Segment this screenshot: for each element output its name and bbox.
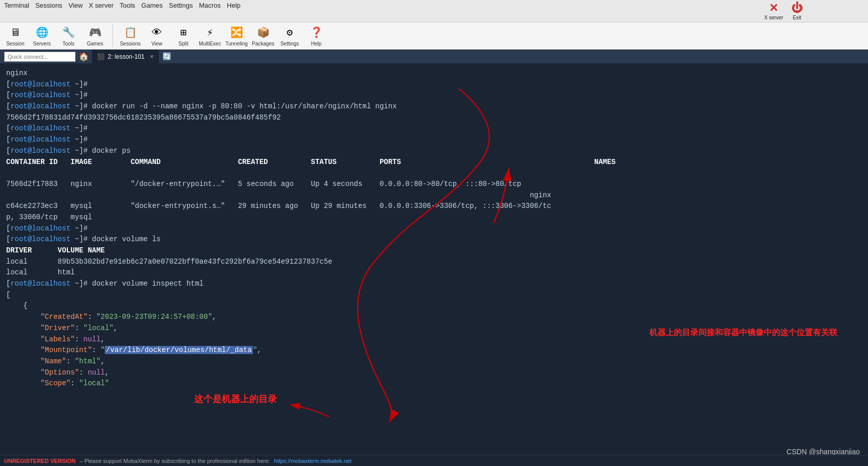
term-line-vol-inspect: [root@localhost ~]# docker volume inspec… <box>6 278 862 290</box>
toolbar-settings[interactable]: ⚙ Settings <box>278 26 301 46</box>
term-line-p3: [root@localhost ~]# <box>6 123 862 134</box>
status-up4: Up 4 seconds <box>311 180 363 188</box>
menu-settings[interactable]: Settings <box>169 2 193 20</box>
toolbar-multiexec[interactable]: ⚡ MultiExec <box>199 26 221 46</box>
tab-terminal-icon: ⬛ <box>97 53 105 60</box>
term-table-row1a: 7566d2f17883 nginx "/docker-entrypoint.…… <box>6 179 862 190</box>
toolbar-session[interactable]: 🖥 Session <box>4 26 27 46</box>
multiexec-icon: ⚡ <box>203 26 217 40</box>
multiexec-label: MultiExec <box>199 41 221 46</box>
servers-icon: 🌐 <box>35 26 49 40</box>
refresh-icon[interactable]: 🔄 <box>162 52 171 61</box>
menu-view[interactable]: View <box>68 2 83 20</box>
toolbar-servers[interactable]: 🌐 Servers <box>31 26 53 46</box>
term-line-p1: [root@localhost ~]# <box>6 79 862 90</box>
menu-terminal[interactable]: Terminal <box>4 2 29 20</box>
menu-sessions[interactable]: Sessions <box>35 2 62 20</box>
term-line-vol-ls: [root@localhost ~]# docker volume ls <box>6 234 862 245</box>
servers-label: Servers <box>33 41 51 46</box>
term-table-row1b: nginx <box>6 190 862 201</box>
created-5sec: 5 seconds ago <box>238 180 294 188</box>
menu-bar: Terminal Sessions View X server Tools Ga… <box>0 0 868 22</box>
games-label: Games <box>87 41 103 46</box>
sessions-label: Sessions <box>120 41 141 46</box>
term-table-row2a: c64ce2273ec3 mysql "docker-entrypoint.s…… <box>6 201 862 212</box>
games-icon: 🎮 <box>88 26 102 40</box>
help-label: Help <box>311 41 322 46</box>
term-json-brace: { <box>6 300 862 312</box>
menu-games[interactable]: Games <box>142 2 163 20</box>
tab-label: 2: lesson-101 <box>108 53 145 60</box>
status-message: – Please support MobaXterm by subscribin… <box>80 458 270 464</box>
quick-connect-input[interactable] <box>4 52 76 62</box>
term-table-subheader <box>6 168 862 179</box>
term-json-scope: "Scope": "local" <box>6 378 862 389</box>
exit-button[interactable]: ⏻ Exit <box>791 2 803 20</box>
tab-bar: 🏠 ⬛ 2: lesson-101 ✕ 🔄 <box>0 50 868 64</box>
cn-annotation-link: 机器上的目录间接和容器中镜像中的这个位置有关联 <box>649 327 837 339</box>
menu-help[interactable]: Help <box>227 2 241 20</box>
tools-label: Tools <box>62 41 74 46</box>
toolbar-view[interactable]: 👁 View <box>146 26 168 46</box>
toolbar-games[interactable]: 🎮 Games <box>84 26 106 46</box>
toolbar-help[interactable]: ❓ Help <box>305 26 327 46</box>
help-icon: ❓ <box>309 26 323 40</box>
tunneling-icon: 🔀 <box>229 26 244 40</box>
sessions-icon: 📋 <box>123 26 137 40</box>
home-icon[interactable]: 🏠 <box>79 52 89 62</box>
term-line-p5: [root@localhost ~]# <box>6 223 862 235</box>
settings-label: Settings <box>280 41 299 46</box>
term-table-row2b: p, 33060/tcp mysql <box>6 212 862 223</box>
session-label: Session <box>6 41 25 46</box>
tab-close-btn[interactable]: ✕ <box>150 54 154 59</box>
cn-annotation-dir: 这个是机器上的目录 <box>194 392 277 407</box>
divider1 <box>112 25 113 47</box>
term-line-hash: 7566d2f178831dd74fd3932756dc618235395a86… <box>6 112 862 124</box>
status-bar: UNREGISTERED VERSION – Please support Mo… <box>0 455 868 466</box>
toolbar: Terminal Sessions View X server Tools Ga… <box>0 0 868 50</box>
toolbar-tools[interactable]: 🔧 Tools <box>57 26 80 46</box>
xserver-button[interactable]: ✕ X server <box>764 2 783 20</box>
term-table-header: CONTAINER ID IMAGE COMMAND CREATED STATU… <box>6 157 862 168</box>
term-json-createdat: "CreatedAt": "2023-09-23T09:24:57+08:00"… <box>6 312 862 323</box>
unregistered-label: UNREGISTERED VERSION <box>4 458 76 464</box>
menu-xserver[interactable]: X server <box>89 2 113 20</box>
menu-tools[interactable]: Tools <box>120 2 135 20</box>
session-icon: 🖥 <box>8 26 22 40</box>
term-line-p4: [root@localhost ~]# <box>6 134 862 146</box>
split-icon: ⊞ <box>176 26 191 40</box>
tab-lesson101[interactable]: ⬛ 2: lesson-101 ✕ <box>92 50 159 64</box>
tunneling-label: Tunneling <box>225 41 248 46</box>
quick-connect-area <box>4 52 76 62</box>
menu-macros[interactable]: Macros <box>199 2 221 20</box>
term-line-p2: [root@localhost ~]# <box>6 90 862 101</box>
toolbar-split[interactable]: ⊞ Split <box>172 26 195 46</box>
terminal-area: nginx [root@localhost ~]# [root@localhos… <box>0 64 868 462</box>
term-json-options: "Options": null, <box>6 367 862 379</box>
term-json-open-bracket: [ <box>6 290 862 301</box>
toolbar-packages[interactable]: 📦 Packages <box>252 26 274 46</box>
split-label: Split <box>178 41 188 46</box>
packages-icon: 📦 <box>256 26 270 40</box>
term-vol-row1: local 89b53b302bd7e91eb6c27a0e07022bff0a… <box>6 257 862 268</box>
term-line-docker-ps: [root@localhost ~]# docker ps <box>6 146 862 157</box>
term-json-name: "Name": "html", <box>6 356 862 367</box>
status-url[interactable]: https://mobaxterm.mobatek.net <box>274 458 351 464</box>
toolbar-sessions[interactable]: 📋 Sessions <box>119 26 142 46</box>
view-icon: 👁 <box>150 26 164 40</box>
term-json-mountpoint: "Mountpoint": "/var/lib/docker/volumes/h… <box>6 345 862 356</box>
term-line-nginx: nginx <box>6 68 862 79</box>
tools-icon: 🔧 <box>61 26 76 40</box>
settings-icon: ⚙ <box>283 26 297 40</box>
term-line-docker-run: [root@localhost ~]# docker run -d --name… <box>6 101 862 112</box>
term-vol-row2: local html <box>6 267 862 278</box>
view-label: View <box>151 41 162 46</box>
icon-bar: 🖥 Session 🌐 Servers 🔧 Tools 🎮 Games 📋 Se… <box>0 22 868 49</box>
toolbar-tunneling[interactable]: 🔀 Tunneling <box>225 26 248 46</box>
packages-label: Packages <box>252 41 274 46</box>
term-vol-header: DRIVER VOLUME NAME <box>6 245 862 257</box>
